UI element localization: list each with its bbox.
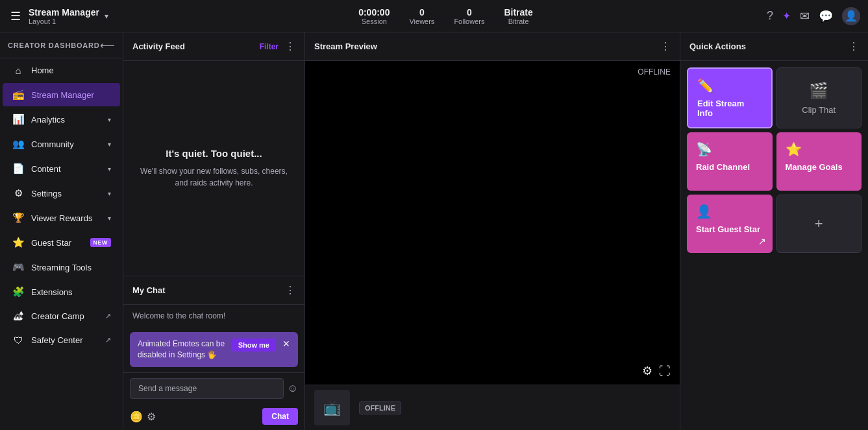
my-chat-panel: My Chat ⋮ Welcome to the chat room! Anim… [123,276,304,430]
guest-star-icon: ⭐ [12,237,25,248]
chat-notification-text: Animated Emotes can be disabled in Setti… [138,339,225,361]
sidebar-item-community[interactable]: 👥 Community ▾ [3,132,120,156]
edit-stream-info-label: Edit Stream Info [697,99,762,118]
notifications-icon[interactable]: 💬 [819,9,833,23]
quick-actions-header: Quick Actions ⋮ [680,32,868,61]
top-nav-left: ☰ Stream Manager Layout 1 ▾ [8,6,125,26]
sidebar-item-guest-star[interactable]: ⭐ Guest Star NEW [3,231,120,254]
sidebar-item-stream-manager[interactable]: 📻 Stream Manager [3,83,120,106]
quick-actions-more-button[interactable]: ⋮ [849,40,859,53]
stream-controls: ⚙ ⛶ [642,364,671,378]
sidebar-item-guest-star-label: Guest Star [31,238,84,248]
chat-welcome-text: Welcome to the chat room! [123,305,304,327]
community-icon: 👥 [12,138,25,150]
qa-card-clip-that[interactable]: 🎬 Clip That [776,67,862,128]
quick-actions-panel: Quick Actions ⋮ ✏️ Edit Stream Info 🎬 Cl… [680,32,868,430]
sidebar-item-analytics[interactable]: 📊 Analytics ▾ [3,108,120,131]
streaming-tools-icon: 🎮 [12,261,25,273]
close-notification-button[interactable]: ✕ [282,339,290,349]
stream-thumbnail: 📺 [314,390,350,425]
qa-card-edit-stream-info[interactable]: ✏️ Edit Stream Info [687,67,773,128]
sidebar-header-label: CREATOR DASHBOARD [8,42,100,49]
analytics-icon: 📊 [12,113,25,125]
show-me-button[interactable]: Show me [232,339,276,352]
sidebar-item-community-label: Community [31,139,101,149]
stat-bitrate: Bitrate Bitrate [504,7,532,25]
stream-preview-title: Stream Preview [314,42,377,51]
chat-input[interactable] [130,378,284,399]
top-nav-right: ? ✦ ✉ 💬 👤 [767,7,860,25]
feed-empty-desc: We'll show your new follows, subs, cheer… [136,165,291,189]
feed-empty-state: It's quiet. Too quiet... We'll show your… [123,61,304,276]
raid-channel-icon: 📡 [696,141,763,157]
help-icon[interactable]: ? [767,9,773,23]
sidebar-item-settings[interactable]: ⚙ Settings ▾ [3,182,120,205]
filter-button[interactable]: Filter [260,42,279,51]
sidebar-collapse-button[interactable]: ⟵ [100,39,115,51]
sidebar-item-extensions-label: Extensions [31,287,111,297]
offline-label: OFFLINE [638,67,671,77]
sidebar-item-content[interactable]: 📄 Content ▾ [3,157,120,180]
stream-manager-icon: 📻 [12,89,25,101]
chat-emoji-button[interactable]: ☺ [288,383,298,394]
stat-session-value: 0:00:00 [358,7,390,18]
activity-feed-title: Activity Feed [132,42,185,51]
stat-bitrate-label: Bitrate [508,18,529,25]
sidebar-item-creator-camp[interactable]: 🏕 Creator Camp ↗ [3,305,120,328]
safety-center-icon: 🛡 [12,335,25,346]
stat-followers-value: 0 [467,7,472,18]
stream-preview-header: Stream Preview ⋮ [305,32,680,61]
qa-card-add[interactable]: + [776,195,862,253]
sidebar-item-streaming-tools[interactable]: 🎮 Streaming Tools [3,256,120,279]
sidebar-item-home-label: Home [31,66,111,75]
chat-input-area: ☺ [123,372,304,404]
stream-fullscreen-button[interactable]: ⛶ [659,364,671,378]
sidebar-item-viewer-rewards[interactable]: 🏆 Viewer Rewards ▾ [3,206,120,230]
viewer-rewards-icon: 🏆 [12,212,25,224]
sidebar-item-stream-manager-label: Stream Manager [31,90,111,100]
sidebar-item-home[interactable]: ⌂ Home [3,59,120,82]
content-area: Activity Feed Filter ⋮ It's quiet. Too q… [123,32,868,430]
chat-send-button[interactable]: Chat [262,408,298,425]
start-guest-star-arrow-icon: ↗ [758,236,766,246]
sidebar-item-content-label: Content [31,164,101,174]
community-chevron: ▾ [108,141,111,148]
stream-preview-more-button[interactable]: ⋮ [660,40,671,53]
qa-card-raid-channel[interactable]: 📡 Raid Channel [687,132,773,191]
sidebar-item-extensions[interactable]: 🧩 Extensions [3,280,120,304]
analytics-chevron: ▾ [108,116,111,123]
activity-feed-panel: Activity Feed Filter ⋮ It's quiet. Too q… [123,32,305,430]
sidebar-item-safety-center[interactable]: 🛡 Safety Center ↗ [3,329,120,352]
chat-bits-button[interactable]: 🪙 [130,411,143,423]
stat-bitrate-value: Bitrate [504,7,532,18]
sidebar-item-analytics-label: Analytics [31,115,101,125]
clip-that-icon: 🎬 [809,82,828,100]
chat-toolbar: 🪙 ⚙ Chat [123,404,304,430]
activity-feed-header: Activity Feed Filter ⋮ [123,32,304,61]
mail-icon[interactable]: ✉ [800,9,810,23]
settings-chevron: ▾ [108,190,111,197]
activity-feed-actions: Filter ⋮ [260,40,295,53]
my-chat-header: My Chat ⋮ [123,276,304,305]
crown-icon[interactable]: ✦ [782,10,791,22]
layout-dropdown-arrow[interactable]: ▾ [105,12,108,21]
user-avatar[interactable]: 👤 [842,7,860,25]
manage-goals-label: Manage Goals [786,162,853,172]
qa-card-manage-goals[interactable]: ⭐ Manage Goals [776,132,862,191]
hamburger-button[interactable]: ☰ [8,6,23,26]
sidebar-item-viewer-rewards-label: Viewer Rewards [31,213,101,223]
stat-session: 0:00:00 Session [358,7,390,25]
stream-bottom-bar: 📺 OFFLINE [305,385,680,430]
qa-card-start-guest-star[interactable]: 👤 Start Guest Star ↗ [687,195,773,253]
my-chat-more-button[interactable]: ⋮ [285,284,295,296]
extensions-icon: 🧩 [12,286,25,298]
chat-settings-button[interactable]: ⚙ [147,411,156,423]
sidebar-item-settings-label: Settings [31,189,101,198]
start-guest-star-label: Start Guest Star [696,224,763,234]
stream-settings-button[interactable]: ⚙ [642,364,652,378]
start-guest-star-icon: 👤 [696,204,763,219]
content-icon: 📄 [12,163,25,174]
manage-goals-icon: ⭐ [786,141,853,157]
activity-feed-more-button[interactable]: ⋮ [285,40,295,53]
main-layout: CREATOR DASHBOARD ⟵ ⌂ Home 📻 Stream Mana… [0,32,868,430]
